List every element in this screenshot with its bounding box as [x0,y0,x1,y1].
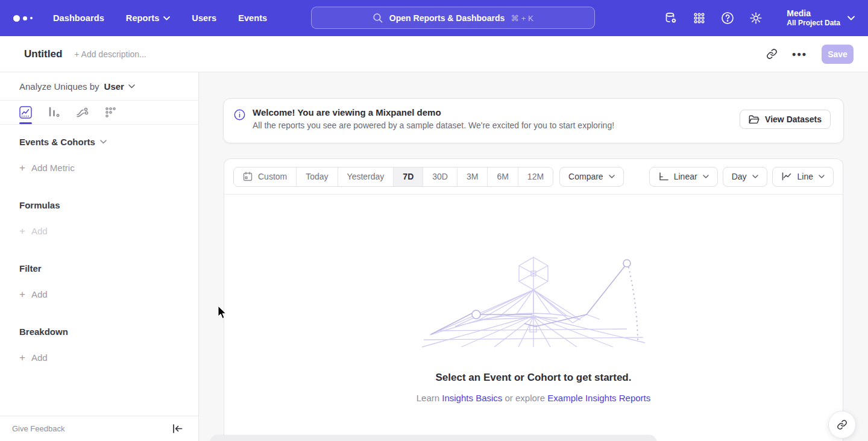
date-range-segmented-control: Custom Today Yesterday 7D 30D 3M 6M 12M [233,167,553,187]
events-cohorts-dropdown[interactable]: Events & Cohorts [19,137,198,147]
add-breakdown-button[interactable]: + Add [19,352,198,363]
date-range-6m[interactable]: 6M [488,167,518,186]
chevron-down-icon [819,175,825,178]
floating-share-link-button[interactable] [828,411,856,439]
plus-icon: + [19,227,25,236]
chevron-down-icon [128,84,135,89]
banner-subtitle: All the reports you see are powered by a… [253,120,614,130]
chevron-down-icon [848,16,855,20]
search-placeholder: Open Reports & Dashboards [389,13,505,23]
plus-icon: + [19,353,25,362]
nav-item-users[interactable]: Users [192,13,216,23]
settings-gear-icon[interactable] [749,11,763,25]
nav-item-events[interactable]: Events [238,13,267,23]
insights-basics-link[interactable]: Insights Basics [442,393,502,403]
chart-type-tabs [0,101,198,125]
global-search-input[interactable]: Open Reports & Dashboards ⌘ + K [311,7,595,29]
chevron-down-icon [100,140,107,144]
line-chart-icon [781,172,792,181]
project-subtitle: All Project Data [787,19,840,28]
report-header: Untitled + Add description... ••• Save [0,36,868,72]
example-insights-reports-link[interactable]: Example Insights Reports [547,393,650,403]
scale-dropdown[interactable]: Linear [649,167,718,187]
chart-type-dropdown[interactable]: Line [772,167,834,187]
compare-dropdown[interactable]: Compare [559,167,624,187]
empty-state: Select an Event or Cohort to get started… [224,255,843,403]
main-content: Welcome! You are viewing a Mixpanel demo… [199,72,868,441]
give-feedback-link[interactable]: Give Feedback [12,424,64,433]
save-button[interactable]: Save [822,45,854,64]
collapse-sidebar-icon[interactable] [172,424,183,433]
nav-item-dashboards[interactable]: Dashboards [53,13,104,23]
view-datasets-button[interactable]: View Datasets [740,110,831,129]
report-card: Custom Today Yesterday 7D 30D 3M 6M 12M … [224,158,843,441]
nav-menu: Dashboards Reports Users Events [53,13,267,23]
add-metric-button[interactable]: + Add Metric [19,163,198,173]
analyze-row: Analyze Uniques by User [0,72,198,101]
more-options-icon[interactable]: ••• [792,51,807,57]
chart-toolbar: Custom Today Yesterday 7D 30D 3M 6M 12M … [224,159,843,195]
interval-dropdown[interactable]: Day [723,167,767,187]
tab-retention-icon[interactable] [104,101,117,124]
banner-title: Welcome! You are viewing a Mixpanel demo [253,107,614,117]
welcome-banner: Welcome! You are viewing a Mixpanel demo… [223,98,844,143]
plus-icon: + [19,163,25,172]
tab-bar-chart-icon[interactable] [48,101,60,124]
apps-grid-icon[interactable] [692,11,706,25]
project-selector[interactable]: Media All Project Data [787,8,855,28]
chevron-down-icon [163,16,170,20]
empty-state-subtext: Learn Insights Basics or explore Example… [224,393,843,403]
report-title[interactable]: Untitled [24,48,62,60]
add-filter-button[interactable]: + Add [19,289,198,299]
calendar-icon [243,172,253,181]
plus-icon: + [19,290,25,299]
date-range-3m[interactable]: 3M [458,167,488,186]
query-builder-sidebar: Analyze Uniques by User Events & Cohorts [0,72,199,441]
mixpanel-logo-icon[interactable] [13,15,33,22]
copy-link-icon[interactable] [766,48,778,60]
info-icon [234,109,245,123]
date-range-30d[interactable]: 30D [423,167,458,186]
section-title-breakdown: Breakdown [19,327,198,337]
bottom-sheet-peek[interactable] [210,435,657,441]
top-nav: Dashboards Reports Users Events Open Rep… [0,0,868,36]
date-range-12m[interactable]: 12M [518,167,553,186]
chevron-down-icon [752,175,758,178]
link-icon [837,419,848,430]
tab-insights-line-icon[interactable] [19,101,32,124]
add-formula-button[interactable]: + Add [19,226,198,236]
search-icon [373,13,383,23]
date-range-custom[interactable]: Custom [234,167,297,186]
sidebar-footer: Give Feedback [0,416,198,441]
date-range-7d[interactable]: 7D [394,167,423,186]
project-name: Media [787,8,840,19]
date-range-today[interactable]: Today [297,167,338,186]
empty-state-title: Select an Event or Cohort to get started… [224,372,843,384]
section-title-filter: Filter [19,263,198,274]
data-management-icon[interactable] [664,11,678,25]
search-shortcut: ⌘ + K [511,13,533,23]
date-range-yesterday[interactable]: Yesterday [338,167,394,186]
nav-item-reports[interactable]: Reports [126,13,171,23]
analyze-label: Analyze Uniques by [19,81,99,92]
folder-icon [749,115,760,124]
nav-right-group: Media All Project Data [664,0,855,36]
linear-axis-icon [658,172,668,181]
chevron-down-icon [609,175,615,178]
tab-flows-icon[interactable] [76,101,89,124]
add-description-button[interactable]: + Add description... [74,49,146,59]
help-icon[interactable] [720,11,735,25]
chevron-down-icon [703,175,709,178]
section-title-formulas: Formulas [19,200,198,210]
analyze-by-dropdown[interactable]: User [104,81,135,92]
empty-state-illustration [419,255,648,349]
mixpanel-insights-page: Dashboards Reports Users Events Open Rep… [0,0,868,441]
